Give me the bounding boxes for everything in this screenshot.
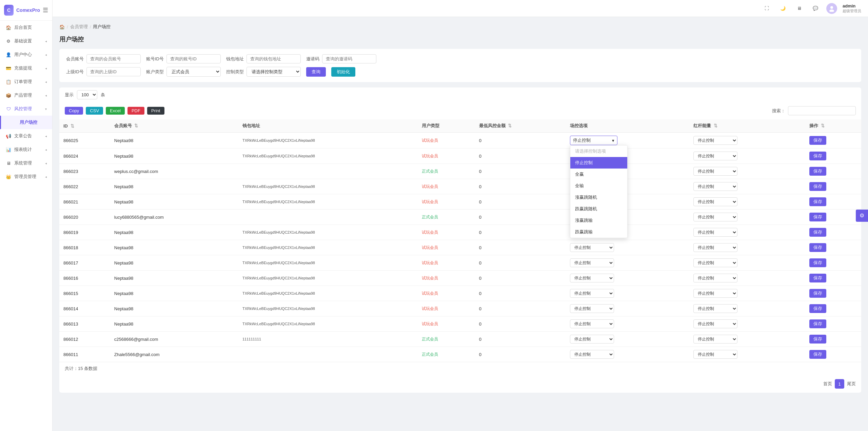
save-button-11[interactable]: 保存 xyxy=(809,304,826,313)
member-input[interactable] xyxy=(86,54,141,63)
copy-button[interactable]: Copy xyxy=(65,107,83,115)
save-button-2[interactable]: 保存 xyxy=(809,167,826,176)
save-button-5[interactable]: 保存 xyxy=(809,213,826,221)
redbar-select-8[interactable]: 停止控制全赢全输涨赢跳随机跌赢跳随机涨赢跳输跌赢跳输 xyxy=(693,258,737,267)
dropdown-option-涨赢跳输[interactable]: 涨赢跳输 xyxy=(570,215,627,226)
cell-redbar-8[interactable]: 停止控制全赢全输涨赢跳随机跌赢跳随机涨赢跳输跌赢跳输 xyxy=(689,255,805,271)
cell-redbar-1[interactable]: 停止控制全赢全输涨赢跳随机跌赢跳随机涨赢跳输跌赢跳输 xyxy=(689,149,805,164)
control-cell-13[interactable]: 停止控制全赢全输涨赢跳随机跌赢跳随机涨赢跳输跌赢跳输 xyxy=(566,332,689,347)
cell-redbar-14[interactable]: 停止控制全赢全输涨赢跳随机跌赢跳随机涨赢跳输跌赢跳输 xyxy=(689,347,805,362)
redbar-select-5[interactable]: 停止控制全赢全输涨赢跳随机跌赢跳随机涨赢跳输跌赢跳输 xyxy=(693,213,737,221)
redbar-select-4[interactable]: 停止控制全赢全输涨赢跳随机跌赢跳随机涨赢跳输跌赢跳输 xyxy=(693,197,737,206)
control-select-10[interactable]: 停止控制全赢全输涨赢跳随机跌赢跳随机涨赢跳输跌赢跳输 xyxy=(570,289,614,298)
sidebar-item-user-control[interactable]: 用户场控 xyxy=(0,116,52,129)
dropdown-option-全赢[interactable]: 全赢 xyxy=(570,169,627,180)
redbar-select-7[interactable]: 停止控制全赢全输涨赢跳随机跌赢跳随机涨赢跳输跌赢跳输 xyxy=(693,243,737,252)
settings-fab[interactable]: ⚙ xyxy=(856,210,868,222)
save-button-9[interactable]: 保存 xyxy=(809,274,826,282)
control-select-7[interactable]: 停止控制全赢全输涨赢跳随机跌赢跳随机涨赢跳输跌赢跳输 xyxy=(570,243,614,252)
monitor-icon[interactable]: 🖥 xyxy=(794,3,805,14)
save-button-1[interactable]: 保存 xyxy=(809,152,826,160)
dropdown-option-涨赢跳随机[interactable]: 涨赢跳随机 xyxy=(570,192,627,203)
avatar[interactable] xyxy=(826,3,837,14)
breadcrumb-member-mgmt[interactable]: 会员管理 xyxy=(70,24,88,30)
control-select-8[interactable]: 停止控制全赢全输涨赢跳随机跌赢跳随机涨赢跳输跌赢跳输 xyxy=(570,258,614,267)
invite-input[interactable] xyxy=(322,54,376,63)
sidebar-item-risk-mgmt[interactable]: 🛡 风控管理 ▾ xyxy=(0,102,52,116)
redbar-select-6[interactable]: 停止控制全赢全输涨赢跳随机跌赢跳随机涨赢跳输跌赢跳输 xyxy=(693,228,737,237)
sidebar-item-order-mgmt[interactable]: 📋 订单管理 ◂ xyxy=(0,75,52,89)
hamburger-icon[interactable]: ☰ xyxy=(43,6,48,14)
sidebar-item-basic-settings[interactable]: ⚙ 基础设置 ◂ xyxy=(0,34,52,48)
control-select-14[interactable]: 停止控制全赢全输涨赢跳随机跌赢跳随机涨赢跳输跌赢跳输 xyxy=(570,350,614,359)
cell-redbar-5[interactable]: 停止控制全赢全输涨赢跳随机跌赢跳随机涨赢跳输跌赢跳输 xyxy=(689,210,805,225)
sidebar-item-report[interactable]: 📊 报表统计 ◂ xyxy=(0,143,52,156)
redbar-select-2[interactable]: 停止控制全赢全输涨赢跳随机跌赢跳随机涨赢跳输跌赢跳输 xyxy=(693,167,737,176)
redbar-select-1[interactable]: 停止控制全赢全输涨赢跳随机跌赢跳随机涨赢跳输跌赢跳输 xyxy=(693,152,737,160)
control-cell-7[interactable]: 停止控制全赢全输涨赢跳随机跌赢跳随机涨赢跳输跌赢跳输 xyxy=(566,240,689,255)
control-cell-8[interactable]: 停止控制全赢全输涨赢跳随机跌赢跳随机涨赢跳输跌赢跳输 xyxy=(566,255,689,271)
sidebar-item-system-mgmt[interactable]: 🖥 系统管理 ◂ xyxy=(0,156,52,170)
dropdown-option-跌赢跳随机[interactable]: 跌赢跳随机 xyxy=(570,203,627,215)
save-button-13[interactable]: 保存 xyxy=(809,335,826,344)
sidebar-item-recharge[interactable]: 💳 充值提现 ◂ xyxy=(0,61,52,75)
sidebar-item-product-mgmt[interactable]: 📦 产品管理 ◂ xyxy=(0,89,52,102)
cell-redbar-13[interactable]: 停止控制全赢全输涨赢跳随机跌赢跳随机涨赢跳输跌赢跳输 xyxy=(689,332,805,347)
cell-redbar-11[interactable]: 停止控制全赢全输涨赢跳随机跌赢跳随机涨赢跳输跌赢跳输 xyxy=(689,301,805,316)
redbar-select-0[interactable]: 停止控制全赢全输涨赢跳随机跌赢跳随机涨赢跳输跌赢跳输 xyxy=(693,136,737,145)
control-cell-10[interactable]: 停止控制全赢全输涨赢跳随机跌赢跳随机涨赢跳输跌赢跳输 xyxy=(566,286,689,301)
cell-redbar-3[interactable]: 停止控制全赢全输涨赢跳随机跌赢跳随机涨赢跳输跌赢跳输 xyxy=(689,179,805,194)
control-cell-14[interactable]: 停止控制全赢全输涨赢跳随机跌赢跳随机涨赢跳输跌赢跳输 xyxy=(566,347,689,362)
page-1[interactable]: 1 xyxy=(835,379,844,389)
col-min-amount[interactable]: 最低风控金额 ⇅ xyxy=(475,119,566,133)
col-id[interactable]: ID ⇅ xyxy=(59,119,110,133)
table-search-input[interactable] xyxy=(788,106,856,115)
account-type-select[interactable]: 正式会员 试玩会员 xyxy=(166,67,221,77)
wallet-input[interactable] xyxy=(246,54,301,63)
dropdown-option-全输[interactable]: 全输 xyxy=(570,180,627,192)
cell-redbar-6[interactable]: 停止控制全赢全输涨赢跳随机跌赢跳随机涨赢跳输跌赢跳输 xyxy=(689,225,805,240)
chat-icon[interactable]: 💬 xyxy=(810,3,821,14)
pdf-button[interactable]: PDF xyxy=(127,107,144,115)
control-type-select[interactable]: 请选择控制类型 停止控制 全赢 全输 涨赢跳随机 跌赢跳随机 涨赢跳输 跌赢跳输 xyxy=(246,67,301,77)
control-select-9[interactable]: 停止控制全赢全输涨赢跳随机跌赢跳随机涨赢跳输跌赢跳输 xyxy=(570,274,614,282)
save-button-7[interactable]: 保存 xyxy=(809,243,826,252)
prev-page[interactable]: 首页 xyxy=(823,381,832,387)
control-select-11[interactable]: 停止控制全赢全输涨赢跳随机跌赢跳随机涨赢跳输跌赢跳输 xyxy=(570,304,614,313)
control-cell-11[interactable]: 停止控制全赢全输涨赢跳随机跌赢跳随机涨赢跳输跌赢跳输 xyxy=(566,301,689,316)
darkmode-icon[interactable]: 🌙 xyxy=(777,3,788,14)
col-red-bar[interactable]: 红杆能量 ⇅ xyxy=(689,119,805,133)
reset-button[interactable]: 初始化 xyxy=(331,67,355,77)
control-select-12[interactable]: 停止控制全赢全输涨赢跳随机跌赢跳随机涨赢跳输跌赢跳输 xyxy=(570,319,614,328)
cell-redbar-0[interactable]: 停止控制全赢全输涨赢跳随机跌赢跳随机涨赢跳输跌赢跳输 xyxy=(689,133,805,149)
redbar-select-13[interactable]: 停止控制全赢全输涨赢跳随机跌赢跳随机涨赢跳输跌赢跳输 xyxy=(693,335,737,344)
col-account[interactable]: 会员账号 ⇅ xyxy=(110,119,238,133)
sidebar-item-user-center[interactable]: 👤 用户中心 ◂ xyxy=(0,48,52,61)
control-cell-12[interactable]: 停止控制全赢全输涨赢跳随机跌赢跳随机涨赢跳输跌赢跳输 xyxy=(566,316,689,332)
dropdown-placeholder-0[interactable]: 请选择控制选项 xyxy=(570,145,627,157)
excel-button[interactable]: Excel xyxy=(106,107,125,115)
redbar-select-9[interactable]: 停止控制全赢全输涨赢跳随机跌赢跳随机涨赢跳输跌赢跳输 xyxy=(693,274,737,282)
dropdown-option-停止控制[interactable]: 停止控制 xyxy=(570,157,627,169)
fullscreen-icon[interactable]: ⛶ xyxy=(761,3,772,14)
save-button-0[interactable]: 保存 xyxy=(809,136,826,145)
dropdown-display-0[interactable]: 停止控制 ▾ xyxy=(570,136,617,145)
query-button[interactable]: 查询 xyxy=(306,67,326,77)
save-button-3[interactable]: 保存 xyxy=(809,182,826,191)
save-button-4[interactable]: 保存 xyxy=(809,197,826,206)
csv-button[interactable]: CSV xyxy=(86,107,103,115)
cell-redbar-12[interactable]: 停止控制全赢全输涨赢跳随机跌赢跳随机涨赢跳输跌赢跳输 xyxy=(689,316,805,332)
control-select-13[interactable]: 停止控制全赢全输涨赢跳随机跌赢跳随机涨赢跳输跌赢跳输 xyxy=(570,335,614,344)
sidebar-item-announcement[interactable]: 📢 文章公告 ◂ xyxy=(0,129,52,143)
cell-redbar-7[interactable]: 停止控制全赢全输涨赢跳随机跌赢跳随机涨赢跳输跌赢跳输 xyxy=(689,240,805,255)
redbar-select-12[interactable]: 停止控制全赢全输涨赢跳随机跌赢跳随机涨赢跳输跌赢跳输 xyxy=(693,319,737,328)
save-button-8[interactable]: 保存 xyxy=(809,258,826,267)
save-button-10[interactable]: 保存 xyxy=(809,289,826,298)
account-id-input[interactable] xyxy=(166,54,221,63)
redbar-select-10[interactable]: 停止控制全赢全输涨赢跳随机跌赢跳随机涨赢跳输跌赢跳输 xyxy=(693,289,737,298)
col-wallet[interactable]: 钱包地址 xyxy=(238,119,418,133)
superior-id-input[interactable] xyxy=(86,67,141,76)
cell-redbar-10[interactable]: 停止控制全赢全输涨赢跳随机跌赢跳随机涨赢跳输跌赢跳输 xyxy=(689,286,805,301)
cell-redbar-9[interactable]: 停止控制全赢全输涨赢跳随机跌赢跳随机涨赢跳输跌赢跳输 xyxy=(689,271,805,286)
save-button-12[interactable]: 保存 xyxy=(809,319,826,328)
